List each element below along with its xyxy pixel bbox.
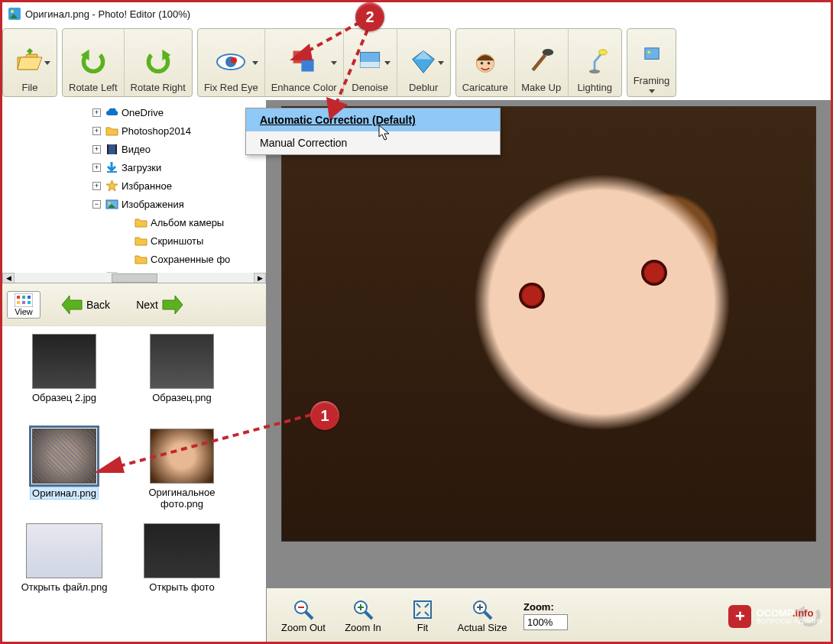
tree-expand-icon[interactable]: +	[92, 163, 101, 172]
folder-tree[interactable]: + OneDrive + Photoshop2014 + Видео +	[2, 100, 266, 273]
thumbnail-item[interactable]: Оригинальное фото.png	[125, 426, 239, 517]
lamp-icon	[581, 48, 608, 76]
deblur-button[interactable]: Deblur	[397, 29, 450, 96]
rotate-right-button[interactable]: Rotate Right	[124, 29, 192, 96]
annotation-badge-2: 2	[355, 2, 384, 31]
svg-marker-41	[62, 296, 82, 314]
scroll-left-button[interactable]: ◀	[2, 273, 15, 283]
caricature-button[interactable]: Caricature	[456, 29, 514, 96]
preview-panel: Zoom Out Zoom In Fit	[267, 100, 831, 643]
svg-marker-56	[379, 125, 389, 140]
scroll-right-button[interactable]: ▶	[254, 273, 266, 283]
tree-item-photoshop[interactable]: + Photoshop2014	[88, 121, 266, 140]
svg-point-23	[647, 51, 650, 54]
rotate-left-icon	[79, 48, 107, 76]
tree-expand-icon[interactable]: +	[92, 182, 101, 190]
menu-item-auto-correction[interactable]: Automatic Correction (Default)	[246, 108, 500, 131]
fit-button[interactable]: Fit	[395, 599, 450, 633]
svg-rect-22	[644, 48, 658, 60]
svg-rect-11	[301, 59, 313, 71]
tree-scrollbar-horizontal[interactable]: ◀ ▶	[2, 273, 266, 283]
canvas-area[interactable]	[267, 100, 831, 588]
svg-line-49	[365, 612, 372, 619]
chevron-down-icon	[649, 89, 655, 93]
svg-point-19	[543, 49, 553, 56]
svg-rect-34	[15, 293, 33, 307]
framing-icon	[643, 47, 660, 63]
file-button[interactable]: File	[3, 29, 57, 96]
face-icon	[472, 48, 499, 76]
fix-red-eye-menu: Automatic Correction (Default) Manual Co…	[245, 108, 501, 155]
zoom-out-button[interactable]: Zoom Out	[276, 599, 331, 633]
svg-line-54	[485, 612, 491, 619]
tree-item-favorites[interactable]: + Избранное	[88, 176, 266, 195]
tree-item-camera-album[interactable]: Альбом камеры	[117, 213, 266, 231]
actual-size-button[interactable]: Actual Size	[455, 599, 510, 633]
left-panel: + OneDrive + Photoshop2014 + Видео +	[2, 100, 267, 643]
folder-icon	[135, 235, 147, 248]
zoom-in-button[interactable]: Zoom In	[335, 599, 391, 633]
menu-item-manual-correction[interactable]: Manual Correction	[246, 131, 500, 154]
svg-rect-13	[361, 62, 380, 67]
svg-point-1	[11, 10, 14, 13]
svg-marker-4	[18, 57, 42, 70]
denoise-icon	[356, 48, 384, 76]
tree-collapse-icon[interactable]: −	[92, 200, 101, 209]
thumbnail-item[interactable]: Образец.png	[125, 331, 239, 422]
enhance-color-icon	[290, 48, 318, 76]
thumbnail-item[interactable]: Образец 2.jpg	[7, 331, 122, 422]
fix-red-eye-button[interactable]: Fix Red Eye	[198, 29, 264, 96]
folder-icon	[135, 253, 147, 266]
enhance-color-button[interactable]: Enhance Color	[264, 29, 343, 96]
svg-marker-42	[163, 296, 183, 314]
lighting-button[interactable]: Lighting	[568, 29, 621, 96]
svg-rect-25	[107, 144, 109, 154]
titlebar: Оригинал.png - Photo! Editor (100%)	[2, 2, 831, 25]
svg-rect-39	[22, 301, 25, 304]
zoom-input[interactable]	[523, 614, 568, 630]
preview-image	[281, 106, 816, 542]
svg-point-20	[599, 50, 608, 55]
grid-icon	[15, 293, 33, 307]
thumbnail-grid[interactable]: Образец 2.jpg Образец.png Оригинал.png О…	[2, 326, 266, 643]
app-icon	[8, 8, 21, 20]
folder-open-icon	[15, 47, 45, 77]
svg-rect-35	[17, 296, 20, 299]
rotate-left-button[interactable]: Rotate Left	[63, 29, 124, 96]
make-up-button[interactable]: Make Up	[514, 29, 568, 96]
eye-icon	[216, 50, 246, 73]
thumbnail-item[interactable]: Открыть фото	[125, 520, 239, 612]
tree-item-downloads[interactable]: + Загрузки	[88, 158, 266, 176]
tree-item-screenshots[interactable]: Скриншоты	[117, 231, 266, 250]
svg-line-45	[306, 612, 313, 619]
tree-expand-icon[interactable]: +	[92, 127, 101, 135]
brush-icon	[527, 48, 555, 76]
thumbnail-item[interactable]: Открыть файл.png	[7, 520, 122, 612]
fit-icon	[412, 599, 433, 620]
next-button[interactable]: Next	[136, 294, 184, 316]
chevron-down-icon	[438, 61, 444, 65]
watermark: + OCOMP.info ВОПРОСЫ АДМИНУ	[728, 605, 823, 628]
diamond-icon	[410, 48, 437, 76]
framing-button[interactable]: Framing	[627, 29, 676, 96]
svg-point-30	[109, 202, 111, 204]
window-title: Оригинал.png - Photo! Editor (100%)	[25, 8, 190, 20]
chevron-down-icon	[44, 61, 50, 65]
svg-point-18	[487, 62, 490, 65]
folder-icon	[105, 125, 118, 138]
folder-icon	[135, 216, 147, 229]
annotation-badge-1: 1	[310, 401, 339, 430]
denoise-button[interactable]: Denoise	[343, 29, 397, 96]
back-button[interactable]: Back	[60, 294, 110, 316]
tree-expand-icon[interactable]: +	[92, 145, 101, 154]
tree-expand-icon[interactable]: +	[92, 108, 101, 117]
svg-marker-28	[106, 180, 118, 191]
view-mode-button[interactable]: View	[7, 291, 41, 319]
scrollbar-thumb[interactable]	[112, 273, 157, 283]
star-icon	[105, 180, 118, 193]
thumbnail-item-selected[interactable]: Оригинал.png	[7, 426, 122, 517]
tree-item-saved-photos[interactable]: Сохраненные фо	[117, 250, 266, 268]
tree-item-onedrive[interactable]: + OneDrive	[88, 103, 266, 121]
tree-item-images[interactable]: − Изображения	[88, 195, 266, 213]
tree-item-video[interactable]: + Видео	[88, 140, 266, 158]
